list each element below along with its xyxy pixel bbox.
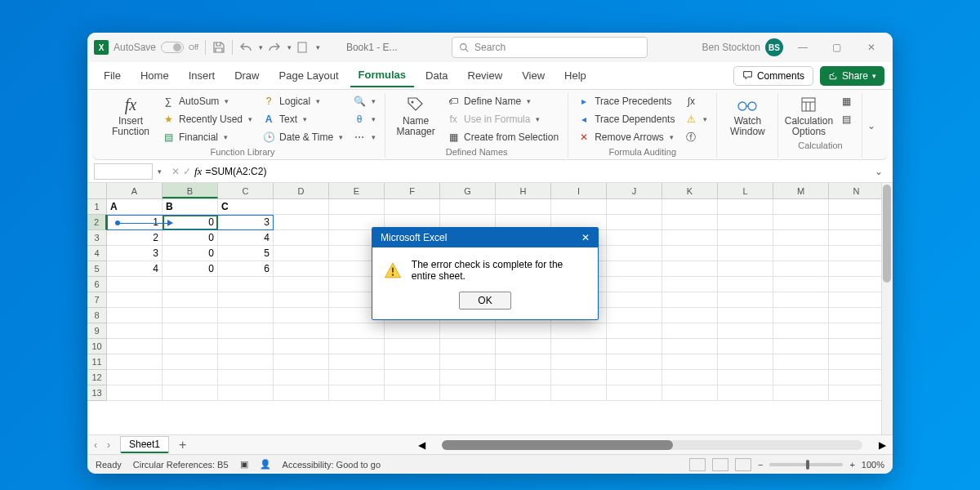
cell-D2[interactable] — [274, 215, 329, 230]
cell-M5[interactable] — [773, 261, 829, 277]
cell-N11[interactable] — [829, 354, 884, 370]
cell-L4[interactable] — [718, 246, 773, 261]
row-header-4[interactable]: 4 — [87, 246, 107, 261]
cell-K11[interactable] — [662, 354, 718, 370]
cell-L10[interactable] — [718, 339, 773, 354]
cell-K7[interactable] — [662, 292, 718, 308]
cell-M13[interactable] — [773, 385, 829, 401]
dialog-ok-button[interactable]: OK — [459, 292, 510, 310]
scroll-right[interactable]: ▶ — [879, 439, 886, 451]
cell-B2[interactable]: 0 — [163, 215, 218, 230]
text-button[interactable]: AText▾ — [260, 111, 345, 127]
user-avatar[interactable]: BS — [765, 38, 783, 56]
cell-H9[interactable] — [496, 323, 551, 339]
row-header-8[interactable]: 8 — [87, 308, 107, 323]
cell-C10[interactable] — [218, 339, 274, 354]
cell-F9[interactable] — [385, 323, 440, 339]
cell-L2[interactable] — [718, 215, 773, 230]
cell-H13[interactable] — [496, 385, 551, 401]
zoom-slider[interactable] — [769, 463, 843, 466]
col-M[interactable]: M — [773, 183, 829, 198]
row-header-12[interactable]: 12 — [87, 370, 107, 385]
cell-A3[interactable]: 2 — [107, 230, 163, 246]
cell-J2[interactable] — [607, 215, 662, 230]
col-D[interactable]: D — [274, 183, 329, 198]
cell-N3[interactable] — [829, 230, 884, 246]
cell-E13[interactable] — [329, 385, 385, 401]
row-header-9[interactable]: 9 — [87, 323, 107, 339]
cell-F12[interactable] — [385, 370, 440, 385]
math-trig-button[interactable]: θ▾ — [350, 111, 378, 127]
use-in-formula-button[interactable]: fxUse in Formula▾ — [444, 111, 561, 127]
show-formulas-button[interactable]: ∫x — [682, 93, 710, 109]
cell-F1[interactable] — [385, 199, 440, 215]
name-box[interactable] — [94, 163, 153, 180]
cell-D11[interactable] — [274, 354, 329, 370]
autosave-toggle[interactable] — [161, 42, 184, 53]
cell-G11[interactable] — [440, 354, 496, 370]
tab-review[interactable]: Review — [460, 65, 511, 87]
col-H[interactable]: H — [496, 183, 551, 198]
cell-L11[interactable] — [718, 354, 773, 370]
cell-I11[interactable] — [551, 354, 607, 370]
cell-A8[interactable] — [107, 308, 163, 323]
cell-E9[interactable] — [329, 323, 385, 339]
col-N[interactable]: N — [829, 183, 884, 198]
cell-M1[interactable] — [773, 199, 829, 215]
cell-J13[interactable] — [607, 385, 662, 401]
cell-N8[interactable] — [829, 308, 884, 323]
col-G[interactable]: G — [440, 183, 496, 198]
cell-E12[interactable] — [329, 370, 385, 385]
cell-I1[interactable] — [551, 199, 607, 215]
tab-data[interactable]: Data — [417, 65, 456, 87]
redo-dropdown[interactable]: ▾ — [287, 43, 292, 51]
cell-L1[interactable] — [718, 199, 773, 215]
tab-home[interactable]: Home — [132, 65, 177, 87]
new-sheet-button[interactable]: + — [179, 438, 186, 452]
cell-B3[interactable]: 0 — [163, 230, 218, 246]
cell-L8[interactable] — [718, 308, 773, 323]
tab-draw[interactable]: Draw — [226, 65, 267, 87]
cell-C13[interactable] — [218, 385, 274, 401]
cell-D8[interactable] — [274, 308, 329, 323]
sheet-tab-active[interactable]: Sheet1 — [120, 436, 169, 453]
cell-D4[interactable] — [274, 246, 329, 261]
record-macro-icon[interactable]: ▣ — [240, 459, 248, 470]
cell-C2[interactable]: 3 — [218, 215, 274, 230]
cell-G13[interactable] — [440, 385, 496, 401]
tab-insert[interactable]: Insert — [180, 65, 224, 87]
trace-dependents-button[interactable]: ◂Trace Dependents — [575, 111, 677, 127]
cell-N4[interactable] — [829, 246, 884, 261]
cell-D12[interactable] — [274, 370, 329, 385]
search-box[interactable]: Search — [452, 37, 648, 58]
financial-button[interactable]: ▤Financial▾ — [159, 129, 255, 145]
col-C[interactable]: C — [218, 183, 274, 198]
row-header-1[interactable]: 1 — [87, 199, 107, 215]
cell-A7[interactable] — [107, 292, 163, 308]
cell-E11[interactable] — [329, 354, 385, 370]
cell-F10[interactable] — [385, 339, 440, 354]
cell-L7[interactable] — [718, 292, 773, 308]
cell-A11[interactable] — [107, 354, 163, 370]
cell-K1[interactable] — [662, 199, 718, 215]
cell-I12[interactable] — [551, 370, 607, 385]
maximize-button[interactable]: ▢ — [822, 36, 852, 59]
cell-D1[interactable] — [274, 199, 329, 215]
row-header-7[interactable]: 7 — [87, 292, 107, 308]
cell-J3[interactable] — [607, 230, 662, 246]
cell-D13[interactable] — [274, 385, 329, 401]
minimize-button[interactable]: ― — [788, 36, 817, 59]
create-from-selection-button[interactable]: ▦Create from Selection — [444, 129, 561, 145]
cell-K6[interactable] — [662, 277, 718, 292]
cell-G1[interactable] — [440, 199, 496, 215]
calculate-now-button[interactable]: ▦ — [837, 93, 855, 109]
cell-C9[interactable] — [218, 323, 274, 339]
cell-C8[interactable] — [218, 308, 274, 323]
row-header-13[interactable]: 13 — [87, 385, 107, 401]
cell-H1[interactable] — [496, 199, 551, 215]
cell-N9[interactable] — [829, 323, 884, 339]
cell-N1[interactable] — [829, 199, 884, 215]
cell-A2[interactable]: 1 — [107, 215, 163, 230]
cell-A9[interactable] — [107, 323, 163, 339]
cell-F11[interactable] — [385, 354, 440, 370]
